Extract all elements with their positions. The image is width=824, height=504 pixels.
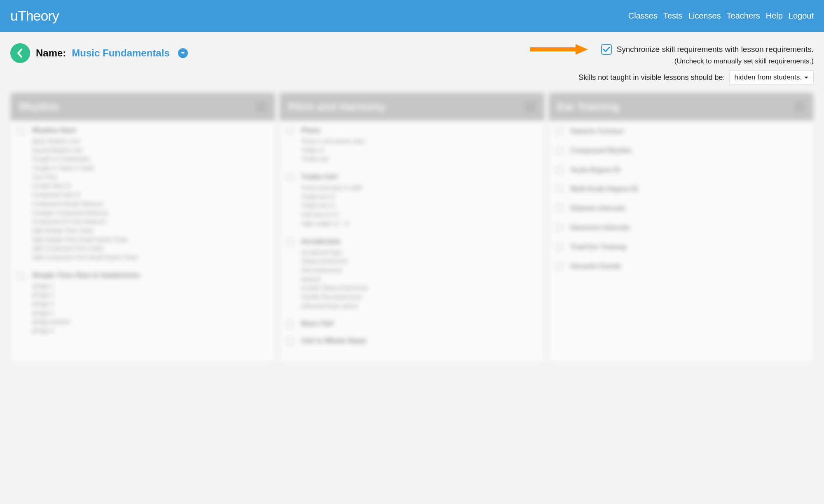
lesson-block: Bass Clef [287, 320, 536, 328]
lesson-item: Treble line IV [301, 201, 536, 210]
gear-icon[interactable] [256, 102, 267, 112]
lesson-item: Split Composed Time Small Switch Chain [32, 253, 267, 262]
lesson-checkbox[interactable] [16, 126, 26, 135]
lesson-block: Rhythm StartBasic Rhythm UnitSound Rhyth… [18, 126, 267, 262]
column-rhythm: Rhythm Rhythm StartBasic Rhythm UnitSoun… [10, 93, 275, 363]
skills-visibility-row: Skills not taught in visible lessons sho… [530, 70, 814, 84]
lesson-title: Multi-Scale Degree ID [571, 184, 806, 194]
lesson-item: pPage 1 [32, 282, 267, 291]
lesson-item: Treble IV [301, 146, 536, 155]
lesson-title: Diatonic Contour [571, 126, 806, 137]
column-header: Rhythm [11, 93, 275, 121]
lesson-title: Scale Degree ID [571, 165, 806, 175]
skills-visibility-select[interactable]: hidden from students. [729, 70, 814, 84]
lesson-item: Accidental Type [301, 248, 536, 257]
name-label: Name: [36, 47, 66, 59]
lesson-block: Treble ClefTones and basic in staffTrebl… [287, 173, 536, 228]
nav-tests[interactable]: Tests [663, 11, 683, 21]
lesson-checkbox[interactable] [286, 126, 295, 135]
lesson-block: AccidentalsAccidental TypeSharp enharmon… [287, 238, 536, 311]
lesson-item: pPage practice [32, 317, 267, 327]
lesson-item: Couple in Combination [32, 155, 267, 164]
lesson-item: Split Simple Time Chain [32, 226, 267, 236]
app-header: uTheory Classes Tests Licenses Teachers … [0, 0, 824, 32]
back-button[interactable] [10, 43, 30, 63]
nav-help[interactable]: Help [766, 11, 783, 21]
lesson-item: Double Flat enharmonic [301, 293, 536, 302]
lesson-title: Harmonic Intervals [571, 223, 806, 233]
lesson-title: Bass Clef [301, 320, 536, 328]
lesson-item: Two Time [32, 173, 267, 182]
column-title: Pitch and Harmony [288, 100, 386, 113]
lesson-block: Seventh Chords [557, 261, 806, 272]
lesson-item: Compound Simple Measure [32, 200, 267, 209]
lesson-item: Clef lines III-IV [301, 210, 536, 219]
lesson-checkbox[interactable] [555, 165, 564, 174]
chevron-down-icon [180, 51, 185, 55]
chevron-left-icon [16, 48, 24, 58]
lesson-checkbox[interactable] [286, 337, 295, 346]
lesson-title: Compound Rhythm [571, 146, 806, 156]
lesson-item: Basic Rhythm Unit [32, 137, 267, 146]
sync-note: (Uncheck to manually set skill requireme… [530, 57, 814, 65]
lesson-item: pPage 3 [32, 300, 267, 309]
lesson-item: Split Simple Time Small Switch Chain [32, 236, 267, 245]
lesson-item: Tones and basic in staff [301, 184, 536, 193]
column-body: PianoTones in all octaves startTreble IV… [280, 121, 544, 362]
svg-marker-1 [576, 44, 588, 55]
caret-down-icon [804, 77, 808, 79]
lesson-item: Flat enharmonic [301, 266, 536, 275]
class-dropdown[interactable] [178, 48, 188, 58]
lesson-checkbox[interactable] [555, 203, 564, 212]
lesson-checkbox[interactable] [555, 184, 564, 193]
lesson-block: Diatonic Intervals [557, 203, 806, 214]
class-name[interactable]: Music Fundamentals [72, 47, 169, 59]
lesson-item: Compound On One Measure [32, 217, 267, 226]
lesson-item: Sound Rhythm Unit [32, 146, 267, 155]
lesson-title: Simple Time Start & Subdivision [32, 271, 267, 280]
lesson-block: Diatonic Contour [557, 126, 806, 137]
nav-classes[interactable]: Classes [628, 11, 658, 21]
gear-icon[interactable] [794, 102, 805, 112]
nav-teachers[interactable]: Teachers [727, 11, 760, 21]
lesson-title: Treble Clef [301, 173, 536, 181]
lesson-item: Complex Composed Measure [32, 209, 267, 218]
toolbar-left: Name: Music Fundamentals [10, 43, 188, 63]
lesson-checkbox[interactable] [555, 242, 564, 251]
nav-logout[interactable]: Logout [789, 11, 814, 21]
logo[interactable]: uTheory [10, 8, 59, 24]
lesson-checkbox[interactable] [286, 320, 295, 329]
lesson-title: Rhythm Start [32, 126, 267, 135]
lesson-checkbox[interactable] [16, 271, 26, 280]
lesson-block: Multi-Scale Degree ID [557, 184, 806, 194]
lesson-item: pPage 4 [32, 309, 267, 318]
lesson-item: Couple in Triple in Triple [32, 164, 267, 173]
checkmark-icon [603, 47, 610, 52]
sync-checkbox[interactable] [601, 44, 612, 55]
gear-icon[interactable] [525, 102, 536, 112]
lesson-block: Simple Time Start & SubdivisionpPage 1pP… [18, 271, 267, 336]
lesson-checkbox[interactable] [286, 238, 295, 247]
sync-label: Synchronize skill requirements with less… [617, 45, 814, 54]
lesson-checkbox[interactable] [555, 261, 564, 271]
nav-licenses[interactable]: Licenses [688, 11, 721, 21]
lesson-checkbox[interactable] [555, 126, 564, 135]
lesson-checkbox[interactable] [555, 146, 564, 155]
lesson-item: Natural [301, 275, 536, 284]
lesson-item: Composed Start III [32, 191, 267, 200]
lesson-checkbox[interactable] [555, 223, 564, 232]
arrow-annotation-icon [530, 43, 588, 56]
lesson-title: Clef in Whole Steps [301, 337, 536, 345]
lesson-item: pPage 5 [32, 327, 267, 336]
lesson-item: Double Sharp enharmonic [301, 284, 536, 293]
lesson-checkbox[interactable] [286, 173, 295, 182]
lesson-title: Seventh Chords [571, 261, 806, 272]
lesson-title: Triad Ear Training [571, 242, 806, 252]
nav-links: Classes Tests Licenses Teachers Help Log… [628, 11, 814, 21]
logo-text: uTheory [10, 8, 59, 24]
lesson-title: Piano [301, 126, 536, 135]
lesson-title: Accidentals [301, 238, 536, 246]
lesson-block: Clef in Whole Steps [287, 337, 536, 345]
sync-row: Synchronize skill requirements with less… [530, 43, 814, 56]
skill-columns: Rhythm Rhythm StartBasic Rhythm UnitSoun… [0, 93, 824, 373]
